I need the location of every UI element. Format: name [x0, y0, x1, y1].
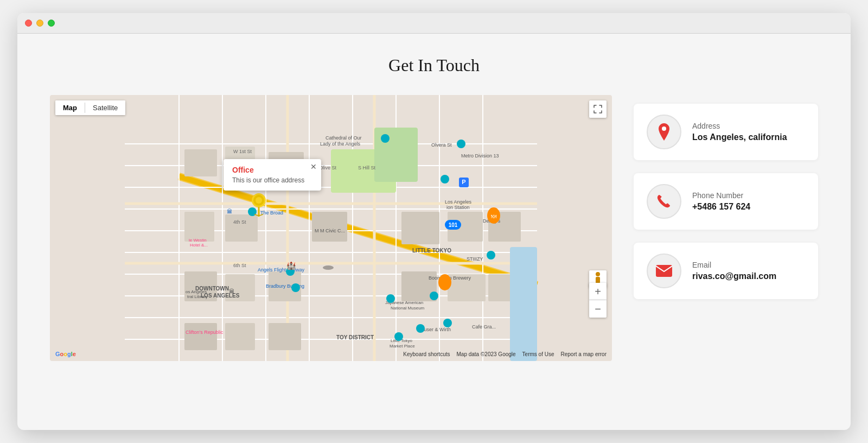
email-label: Email — [692, 261, 776, 269]
svg-point-87 — [394, 332, 403, 341]
svg-point-82 — [291, 283, 300, 292]
svg-point-83 — [386, 294, 395, 303]
zoom-controls: + − — [589, 283, 607, 318]
keyboard-shortcuts-link[interactable]: Keyboard shortcuts — [403, 351, 450, 357]
map-container[interactable]: 101 W 1st St 4th St 6th St S Olive St S … — [50, 95, 612, 361]
svg-text:le Westin: le Westin — [189, 238, 207, 243]
map-footer: Google Keyboard shortcuts Map data ©2023… — [50, 347, 612, 361]
svg-point-77 — [381, 134, 390, 143]
svg-text:LITTLE TOKYO: LITTLE TOKYO — [412, 248, 451, 254]
map-pin — [251, 193, 267, 217]
phone-label: Phone Number — [692, 191, 750, 200]
svg-text:101: 101 — [449, 222, 458, 228]
popup-description: This is our office address — [232, 176, 312, 184]
svg-text:TOY DISTRICT: TOY DISTRICT — [336, 334, 374, 340]
minimize-dot[interactable] — [36, 20, 43, 27]
svg-text:🏛: 🏛 — [229, 288, 234, 294]
svg-rect-43 — [510, 247, 537, 361]
svg-text:tral Library: tral Library — [187, 294, 208, 299]
address-item: Address Los Angeles, california — [634, 104, 818, 160]
main-layout: 101 W 1st St 4th St 6th St S Olive St S … — [50, 95, 818, 361]
svg-rect-37 — [401, 212, 439, 244]
map-data-text: Map data ©2023 Google — [456, 351, 515, 357]
phone-icon-circle — [647, 184, 681, 219]
svg-text:STIIIZY: STIIIZY — [467, 256, 483, 262]
svg-point-91 — [438, 274, 451, 290]
address-info: Address Los Angeles, california — [692, 122, 787, 142]
svg-text:Cathedral of Our: Cathedral of Our — [326, 135, 362, 141]
email-info: Email rivas.co@gmail.com — [692, 261, 776, 281]
page-content: Get In Touch — [17, 34, 851, 430]
address-icon-circle — [647, 115, 681, 149]
titlebar — [17, 13, 851, 34]
svg-point-85 — [487, 251, 495, 260]
location-icon — [656, 123, 672, 141]
popup-close-button[interactable]: ✕ — [310, 162, 317, 171]
email-icon-circle — [647, 254, 681, 288]
address-label: Address — [692, 122, 787, 130]
page-title: Get In Touch — [50, 55, 818, 75]
svg-text:M M Civic C...: M M Civic C... — [315, 228, 345, 233]
maximize-dot[interactable] — [48, 20, 55, 27]
svg-rect-35 — [225, 323, 255, 350]
map-type-controls: Map Satellite — [55, 100, 125, 115]
svg-text:🏛: 🏛 — [227, 208, 232, 214]
svg-point-103 — [596, 272, 600, 276]
report-link[interactable]: Report a map error — [561, 351, 607, 357]
fullscreen-button[interactable] — [589, 100, 607, 118]
phone-icon — [656, 194, 672, 209]
svg-text:6th St: 6th St — [233, 263, 246, 268]
svg-point-86 — [416, 324, 425, 333]
google-logo: Google — [55, 351, 76, 357]
contact-panel: Address Los Angeles, california Phone Nu… — [634, 95, 818, 299]
svg-point-78 — [457, 140, 465, 148]
svg-text:🏰: 🏰 — [286, 261, 296, 270]
email-item: Email rivas.co@gmail.com — [634, 243, 818, 299]
svg-rect-36 — [269, 323, 301, 350]
svg-text:Lady of the Angels: Lady of the Angels — [320, 141, 361, 147]
svg-point-99 — [323, 265, 334, 270]
map-view-button[interactable]: Map — [55, 100, 85, 115]
svg-text:🍽: 🍽 — [491, 213, 496, 219]
svg-text:Clifton's Republic: Clifton's Republic — [186, 330, 224, 335]
svg-text:Olvera St: Olvera St — [431, 142, 452, 148]
svg-text:S Hill St: S Hill St — [358, 165, 376, 170]
svg-text:Angels Flight Railway: Angels Flight Railway — [258, 267, 305, 273]
svg-point-107 — [662, 126, 666, 131]
svg-rect-28 — [184, 212, 214, 242]
svg-text:os Angeles: os Angeles — [186, 289, 207, 294]
svg-text:ion Station: ion Station — [446, 205, 470, 210]
email-icon — [656, 265, 672, 277]
email-value: rivas.co@gmail.com — [692, 271, 776, 281]
address-value: Los Angeles, california — [692, 132, 787, 142]
svg-point-84 — [430, 292, 438, 300]
office-popup: ✕ Office This is our office address — [224, 159, 321, 191]
map-footer-links: Keyboard shortcuts Map data ©2023 Google… — [403, 351, 607, 357]
svg-text:Los Angeles: Los Angeles — [445, 199, 472, 205]
phone-info: Phone Number +5486 157 624 — [692, 191, 750, 212]
satellite-view-button[interactable]: Satellite — [85, 100, 125, 115]
svg-rect-34 — [184, 323, 217, 350]
svg-text:Hotel &...: Hotel &... — [190, 243, 208, 248]
svg-rect-30 — [312, 212, 347, 242]
phone-item: Phone Number +5486 157 624 — [634, 173, 818, 230]
close-dot[interactable] — [25, 20, 32, 27]
svg-text:4th St: 4th St — [233, 219, 246, 225]
terms-link[interactable]: Terms of Use — [522, 351, 554, 357]
svg-text:P: P — [462, 179, 465, 185]
popup-title: Office — [232, 166, 312, 174]
app-window: Get In Touch — [17, 13, 851, 430]
svg-rect-25 — [184, 149, 217, 176]
svg-rect-24 — [374, 128, 418, 182]
svg-text:National Museum: National Museum — [391, 306, 425, 311]
zoom-in-button[interactable]: + — [589, 283, 607, 300]
svg-text:Cafe Gra...: Cafe Gra... — [472, 324, 496, 330]
svg-text:W 1st St: W 1st St — [233, 149, 252, 154]
svg-point-79 — [441, 175, 449, 183]
svg-text:Metro Division 13: Metro Division 13 — [461, 153, 499, 159]
phone-value: +5486 157 624 — [692, 202, 750, 212]
map-pin-container — [251, 193, 267, 219]
svg-point-102 — [256, 197, 262, 204]
zoom-out-button[interactable]: − — [589, 300, 607, 318]
svg-point-88 — [443, 319, 452, 327]
